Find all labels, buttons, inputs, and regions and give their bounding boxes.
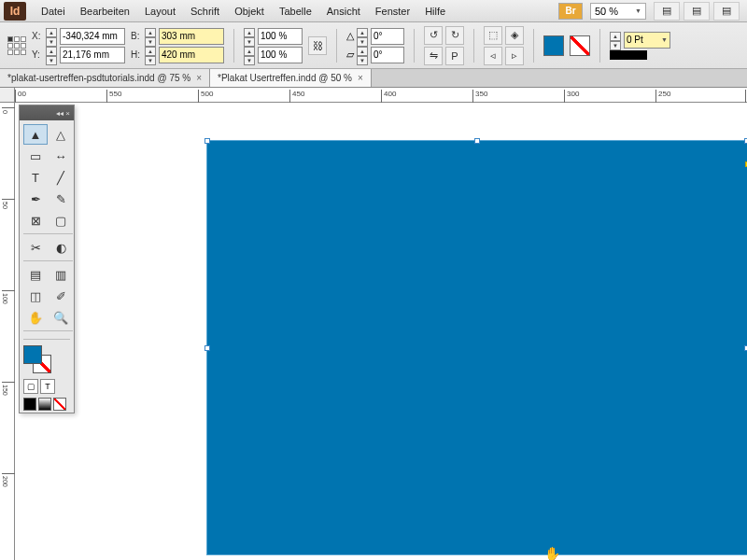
- app-logo: Id: [4, 2, 26, 21]
- scalex-spinner[interactable]: ▲▼: [244, 28, 255, 45]
- close-icon[interactable]: ×: [196, 73, 202, 83]
- menu-layout[interactable]: Layout: [137, 2, 183, 21]
- bridge-button[interactable]: Br: [558, 3, 583, 20]
- shear-input[interactable]: 0°: [371, 47, 404, 63]
- stroke-weight-input[interactable]: 0 Pt: [624, 32, 670, 49]
- y-spinner[interactable]: ▲▼: [46, 47, 57, 63]
- tool-direct-selection[interactable]: △: [49, 124, 73, 145]
- menu-fenster[interactable]: Fenster: [368, 2, 417, 21]
- menu-schrift[interactable]: Schrift: [183, 2, 227, 21]
- tool-selection[interactable]: ▲: [23, 124, 48, 145]
- horizontal-ruler[interactable]: 00 550 500 450 400 350 300 250 200: [15, 88, 747, 103]
- document-tab-0[interactable]: *plakat-usertreffen-psdtutorials.indd @ …: [0, 69, 210, 87]
- workspace: 00 550 500 450 400 350 300 250 200 0 50 …: [0, 88, 747, 560]
- height-input[interactable]: 420 mm: [159, 47, 224, 63]
- menu-ansicht[interactable]: Ansicht: [319, 2, 368, 21]
- tool-page[interactable]: ▭: [23, 146, 48, 166]
- screen-mode-button[interactable]: [654, 2, 680, 21]
- tool-gradient-feather[interactable]: ▥: [49, 264, 73, 285]
- flip-h-icon[interactable]: ⇋: [424, 47, 443, 65]
- tools-panel[interactable]: ◂◂ × ▲△▭↔T╱✒✎⊠▢✂◐▤▥◫✐✋🔍 ▢ T: [19, 105, 75, 413]
- tool-line[interactable]: ╱: [49, 167, 73, 188]
- shear-icon: ▱: [346, 49, 354, 61]
- panel-header[interactable]: ◂◂ ×: [20, 105, 74, 120]
- close-icon[interactable]: ×: [358, 73, 363, 83]
- tool-pencil[interactable]: ✎: [49, 189, 73, 209]
- stroke-none-swatch[interactable]: [570, 35, 590, 56]
- x-spinner[interactable]: ▲▼: [46, 28, 57, 45]
- scaley-spinner[interactable]: ▲▼: [244, 47, 255, 63]
- menu-datei[interactable]: Datei: [34, 2, 73, 21]
- tool-note[interactable]: ◫: [23, 286, 48, 306]
- zoom-dropdown[interactable]: 50 %: [590, 3, 646, 20]
- apply-gradient-icon[interactable]: [38, 398, 51, 411]
- menu-tabelle[interactable]: Tabelle: [272, 2, 319, 21]
- rotate-icon: △: [346, 30, 354, 42]
- menu-hilfe[interactable]: Hilfe: [417, 2, 453, 21]
- constrain-icon[interactable]: ⛓: [308, 36, 327, 55]
- fill-swatch[interactable]: [543, 35, 564, 56]
- rot-spinner[interactable]: ▲▼: [357, 28, 368, 45]
- stroke-style[interactable]: [610, 50, 647, 60]
- tool-gradient-swatch[interactable]: ▤: [23, 264, 48, 285]
- arrange-button[interactable]: [684, 2, 710, 21]
- tool-hand[interactable]: ✋: [23, 307, 48, 328]
- hand-cursor-icon: ✋: [544, 546, 560, 560]
- document-tabs: *plakat-usertreffen-psdtutorials.indd @ …: [0, 69, 747, 88]
- canvas[interactable]: ✋: [15, 103, 747, 560]
- rotation-input[interactable]: 0°: [371, 28, 404, 45]
- w-spinner[interactable]: ▲▼: [145, 28, 156, 45]
- rotate-ccw-icon[interactable]: ↺: [424, 26, 443, 45]
- formatting-container-icon[interactable]: ▢: [23, 379, 38, 394]
- menu-bearbeiten[interactable]: Bearbeiten: [73, 2, 137, 21]
- vertical-ruler[interactable]: 0 50 100 150 200: [0, 103, 15, 560]
- width-input[interactable]: 303 mm: [159, 28, 224, 45]
- fill-color-swatch[interactable]: [23, 345, 42, 364]
- tool-zoom[interactable]: 🔍: [49, 307, 73, 328]
- tool-pen[interactable]: ✒: [23, 189, 48, 209]
- y-input[interactable]: 21,176 mm: [60, 47, 125, 63]
- shear-spinner[interactable]: ▲▼: [357, 47, 368, 63]
- scale-x-input[interactable]: 100 %: [258, 28, 303, 45]
- h-spinner[interactable]: ▲▼: [145, 47, 156, 63]
- x-input[interactable]: -340,324 mm: [60, 28, 125, 45]
- tool-eyedropper[interactable]: ✐: [49, 286, 73, 306]
- tool-rectangle-frame[interactable]: ⊠: [23, 210, 48, 231]
- menubar: Id Datei Bearbeiten Layout Schrift Objek…: [0, 0, 747, 22]
- stroke-spinner[interactable]: ▲▼: [610, 32, 621, 49]
- select-container-icon[interactable]: ⬚: [484, 26, 502, 45]
- select-prev-icon[interactable]: ◃: [484, 47, 502, 65]
- tool-free-transform[interactable]: ◐: [49, 237, 73, 258]
- flip-v-icon[interactable]: P: [445, 47, 464, 65]
- tool-scissors[interactable]: ✂: [23, 237, 48, 258]
- tool-type[interactable]: T: [23, 167, 48, 188]
- reference-point[interactable]: [7, 36, 26, 55]
- select-content-icon[interactable]: ◈: [505, 26, 524, 45]
- formatting-text-icon[interactable]: T: [40, 379, 55, 394]
- tool-gap[interactable]: ↔: [49, 146, 73, 166]
- ruler-origin[interactable]: [0, 88, 15, 103]
- selected-rectangle[interactable]: [206, 140, 747, 555]
- apply-color-icon[interactable]: [23, 398, 36, 411]
- menu-objekt[interactable]: Objekt: [227, 2, 272, 21]
- document-tab-1[interactable]: *Plakat Usertreffen.indd @ 50 %×: [210, 69, 372, 87]
- tool-rectangle[interactable]: ▢: [49, 210, 73, 231]
- select-next-icon[interactable]: ▹: [505, 47, 524, 65]
- rotate-cw-icon[interactable]: ↻: [445, 26, 464, 45]
- scale-y-input[interactable]: 100 %: [258, 47, 303, 63]
- apply-none-icon[interactable]: [53, 398, 66, 411]
- workspace-button[interactable]: [713, 2, 740, 21]
- control-bar: X:▲▼-340,324 mm Y:▲▼21,176 mm B:▲▼303 mm…: [0, 22, 747, 69]
